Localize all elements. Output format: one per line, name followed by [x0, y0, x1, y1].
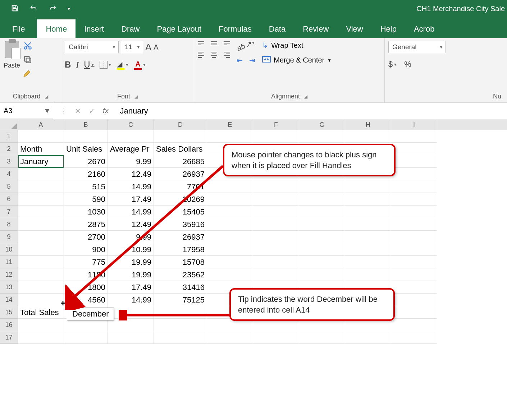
align-center-icon[interactable]: [211, 52, 217, 58]
row-header[interactable]: 12: [0, 268, 18, 281]
cell[interactable]: [207, 180, 253, 193]
cell[interactable]: [207, 256, 253, 268]
cell[interactable]: 26685: [154, 155, 207, 168]
shrink-font-icon[interactable]: A: [154, 43, 158, 51]
cell[interactable]: 2670: [64, 155, 108, 168]
cell[interactable]: [18, 294, 64, 306]
cell[interactable]: [345, 180, 391, 193]
align-right-icon[interactable]: [224, 52, 230, 58]
bold-button[interactable]: B: [65, 60, 71, 70]
row-header[interactable]: 7: [0, 206, 18, 218]
cell[interactable]: [253, 180, 299, 193]
cell[interactable]: [253, 243, 299, 256]
cell[interactable]: [18, 319, 64, 331]
cell[interactable]: [108, 130, 154, 143]
paste-icon[interactable]: [5, 41, 19, 58]
font-name-combo[interactable]: Calibri▼: [65, 41, 119, 53]
cell[interactable]: [18, 193, 64, 206]
cell[interactable]: [391, 231, 437, 243]
cell[interactable]: [391, 319, 437, 331]
cell[interactable]: [345, 218, 391, 231]
cell[interactable]: [391, 130, 437, 143]
underline-button[interactable]: U▼: [84, 60, 94, 70]
cell[interactable]: 9.99: [108, 155, 154, 168]
cell[interactable]: 1180: [64, 268, 108, 281]
cell[interactable]: [253, 130, 299, 143]
decrease-indent-icon[interactable]: ⇤: [237, 56, 243, 65]
align-top-icon[interactable]: [198, 41, 204, 45]
cell[interactable]: [207, 206, 253, 218]
row-header[interactable]: 17: [0, 331, 18, 344]
cell[interactable]: [391, 268, 437, 281]
cell[interactable]: [299, 256, 345, 268]
formula-input[interactable]: [115, 106, 507, 116]
align-bottom-icon[interactable]: [224, 41, 230, 45]
alignment-launcher-icon[interactable]: ◢: [304, 94, 307, 99]
cell[interactable]: [299, 130, 345, 143]
cell[interactable]: [108, 331, 154, 344]
cell[interactable]: [18, 180, 64, 193]
cell[interactable]: [18, 231, 64, 243]
cell[interactable]: [345, 256, 391, 268]
cell[interactable]: [299, 193, 345, 206]
cell[interactable]: 775: [64, 256, 108, 268]
cell[interactable]: [18, 256, 64, 268]
wrap-text-button[interactable]: ↳Wrap Text: [262, 41, 332, 50]
undo-icon[interactable]: [29, 4, 38, 13]
increase-indent-icon[interactable]: ⇥: [249, 56, 255, 65]
cell[interactable]: 14.99: [108, 180, 154, 193]
tab-view[interactable]: View: [337, 19, 371, 38]
cell[interactable]: 75125: [154, 294, 207, 306]
cell[interactable]: [154, 306, 207, 319]
cell[interactable]: 14.99: [108, 294, 154, 306]
save-icon[interactable]: [11, 4, 19, 13]
cell[interactable]: 17.49: [108, 281, 154, 294]
col-header-b[interactable]: B: [64, 119, 108, 130]
italic-button[interactable]: I: [76, 60, 79, 70]
cell[interactable]: [391, 243, 437, 256]
cell[interactable]: [345, 206, 391, 218]
cell[interactable]: [299, 331, 345, 344]
cell[interactable]: [299, 218, 345, 231]
cell[interactable]: 10269: [154, 193, 207, 206]
cell[interactable]: [64, 319, 108, 331]
tab-home[interactable]: Home: [37, 19, 76, 38]
fbar-expand-icon[interactable]: ⋮: [60, 107, 67, 115]
cell[interactable]: [299, 206, 345, 218]
cell[interactable]: [345, 193, 391, 206]
cell[interactable]: [345, 243, 391, 256]
col-header-e[interactable]: E: [207, 119, 253, 130]
cell[interactable]: [154, 130, 207, 143]
cell[interactable]: 15405: [154, 206, 207, 218]
col-header-f[interactable]: F: [253, 119, 299, 130]
cell[interactable]: [391, 331, 437, 344]
cell[interactable]: Unit Sales: [64, 143, 108, 155]
cell[interactable]: [207, 218, 253, 231]
row-header[interactable]: 14: [0, 294, 18, 306]
row-header[interactable]: 5: [0, 180, 18, 193]
font-color-button[interactable]: A▼: [134, 60, 146, 70]
cell[interactable]: [18, 268, 64, 281]
cell[interactable]: 12.49: [108, 218, 154, 231]
cell[interactable]: [253, 218, 299, 231]
cell[interactable]: [253, 268, 299, 281]
cell[interactable]: 9.99: [108, 231, 154, 243]
spreadsheet-grid[interactable]: A B C D E F G H I 12MonthUnit SalesAvera…: [0, 119, 507, 344]
cell[interactable]: 26937: [154, 168, 207, 180]
redo-icon[interactable]: [48, 4, 58, 13]
cell[interactable]: [391, 306, 437, 319]
tab-data[interactable]: Data: [260, 19, 294, 38]
tab-review[interactable]: Review: [294, 19, 337, 38]
cell[interactable]: [299, 180, 345, 193]
align-left-icon[interactable]: [198, 52, 204, 58]
cell[interactable]: [253, 331, 299, 344]
row-header[interactable]: 15: [0, 306, 18, 319]
cell[interactable]: [391, 180, 437, 193]
cell[interactable]: [207, 193, 253, 206]
cell[interactable]: [18, 331, 64, 344]
cell[interactable]: [207, 130, 253, 143]
cell[interactable]: [18, 130, 64, 143]
cell[interactable]: [18, 281, 64, 294]
cell[interactable]: [391, 281, 437, 294]
cell[interactable]: [18, 206, 64, 218]
